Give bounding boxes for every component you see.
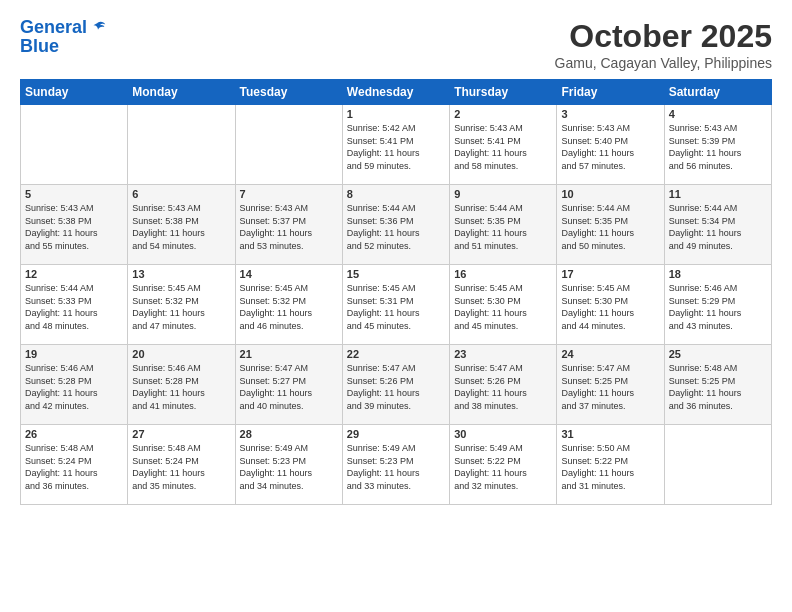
col-tuesday: Tuesday	[235, 80, 342, 105]
day-info: Sunrise: 5:47 AM Sunset: 5:26 PM Dayligh…	[454, 362, 552, 412]
calendar-week-row: 26Sunrise: 5:48 AM Sunset: 5:24 PM Dayli…	[21, 425, 772, 505]
day-number: 26	[25, 428, 123, 440]
day-info: Sunrise: 5:45 AM Sunset: 5:30 PM Dayligh…	[561, 282, 659, 332]
day-info: Sunrise: 5:49 AM Sunset: 5:23 PM Dayligh…	[240, 442, 338, 492]
day-number: 30	[454, 428, 552, 440]
day-info: Sunrise: 5:45 AM Sunset: 5:30 PM Dayligh…	[454, 282, 552, 332]
table-row	[235, 105, 342, 185]
table-row: 13Sunrise: 5:45 AM Sunset: 5:32 PM Dayli…	[128, 265, 235, 345]
table-row: 8Sunrise: 5:44 AM Sunset: 5:36 PM Daylig…	[342, 185, 449, 265]
day-info: Sunrise: 5:45 AM Sunset: 5:32 PM Dayligh…	[132, 282, 230, 332]
day-number: 21	[240, 348, 338, 360]
day-info: Sunrise: 5:44 AM Sunset: 5:35 PM Dayligh…	[561, 202, 659, 252]
day-info: Sunrise: 5:48 AM Sunset: 5:25 PM Dayligh…	[669, 362, 767, 412]
day-info: Sunrise: 5:42 AM Sunset: 5:41 PM Dayligh…	[347, 122, 445, 172]
day-info: Sunrise: 5:44 AM Sunset: 5:36 PM Dayligh…	[347, 202, 445, 252]
month-title: October 2025	[555, 18, 772, 55]
day-number: 27	[132, 428, 230, 440]
table-row: 29Sunrise: 5:49 AM Sunset: 5:23 PM Dayli…	[342, 425, 449, 505]
day-info: Sunrise: 5:43 AM Sunset: 5:40 PM Dayligh…	[561, 122, 659, 172]
day-number: 28	[240, 428, 338, 440]
table-row: 6Sunrise: 5:43 AM Sunset: 5:38 PM Daylig…	[128, 185, 235, 265]
day-info: Sunrise: 5:47 AM Sunset: 5:27 PM Dayligh…	[240, 362, 338, 412]
day-number: 18	[669, 268, 767, 280]
day-number: 20	[132, 348, 230, 360]
calendar-week-row: 12Sunrise: 5:44 AM Sunset: 5:33 PM Dayli…	[21, 265, 772, 345]
day-info: Sunrise: 5:45 AM Sunset: 5:32 PM Dayligh…	[240, 282, 338, 332]
table-row: 2Sunrise: 5:43 AM Sunset: 5:41 PM Daylig…	[450, 105, 557, 185]
day-info: Sunrise: 5:43 AM Sunset: 5:38 PM Dayligh…	[25, 202, 123, 252]
logo-bird-icon	[89, 19, 107, 37]
day-info: Sunrise: 5:43 AM Sunset: 5:39 PM Dayligh…	[669, 122, 767, 172]
day-number: 29	[347, 428, 445, 440]
calendar-week-row: 19Sunrise: 5:46 AM Sunset: 5:28 PM Dayli…	[21, 345, 772, 425]
day-info: Sunrise: 5:44 AM Sunset: 5:33 PM Dayligh…	[25, 282, 123, 332]
day-info: Sunrise: 5:44 AM Sunset: 5:34 PM Dayligh…	[669, 202, 767, 252]
day-info: Sunrise: 5:43 AM Sunset: 5:37 PM Dayligh…	[240, 202, 338, 252]
day-info: Sunrise: 5:46 AM Sunset: 5:29 PM Dayligh…	[669, 282, 767, 332]
title-block: October 2025 Gamu, Cagayan Valley, Phili…	[555, 18, 772, 71]
table-row: 10Sunrise: 5:44 AM Sunset: 5:35 PM Dayli…	[557, 185, 664, 265]
day-info: Sunrise: 5:46 AM Sunset: 5:28 PM Dayligh…	[25, 362, 123, 412]
table-row	[128, 105, 235, 185]
col-saturday: Saturday	[664, 80, 771, 105]
day-info: Sunrise: 5:47 AM Sunset: 5:25 PM Dayligh…	[561, 362, 659, 412]
header: General Blue October 2025 Gamu, Cagayan …	[20, 18, 772, 71]
day-info: Sunrise: 5:50 AM Sunset: 5:22 PM Dayligh…	[561, 442, 659, 492]
day-number: 2	[454, 108, 552, 120]
day-number: 6	[132, 188, 230, 200]
day-number: 7	[240, 188, 338, 200]
table-row: 31Sunrise: 5:50 AM Sunset: 5:22 PM Dayli…	[557, 425, 664, 505]
col-thursday: Thursday	[450, 80, 557, 105]
table-row	[21, 105, 128, 185]
table-row: 23Sunrise: 5:47 AM Sunset: 5:26 PM Dayli…	[450, 345, 557, 425]
day-info: Sunrise: 5:48 AM Sunset: 5:24 PM Dayligh…	[25, 442, 123, 492]
col-wednesday: Wednesday	[342, 80, 449, 105]
day-info: Sunrise: 5:49 AM Sunset: 5:22 PM Dayligh…	[454, 442, 552, 492]
table-row: 7Sunrise: 5:43 AM Sunset: 5:37 PM Daylig…	[235, 185, 342, 265]
table-row: 25Sunrise: 5:48 AM Sunset: 5:25 PM Dayli…	[664, 345, 771, 425]
table-row: 12Sunrise: 5:44 AM Sunset: 5:33 PM Dayli…	[21, 265, 128, 345]
table-row: 1Sunrise: 5:42 AM Sunset: 5:41 PM Daylig…	[342, 105, 449, 185]
table-row: 20Sunrise: 5:46 AM Sunset: 5:28 PM Dayli…	[128, 345, 235, 425]
calendar-table: Sunday Monday Tuesday Wednesday Thursday…	[20, 79, 772, 505]
day-info: Sunrise: 5:43 AM Sunset: 5:41 PM Dayligh…	[454, 122, 552, 172]
table-row: 30Sunrise: 5:49 AM Sunset: 5:22 PM Dayli…	[450, 425, 557, 505]
day-number: 5	[25, 188, 123, 200]
table-row	[664, 425, 771, 505]
table-row: 5Sunrise: 5:43 AM Sunset: 5:38 PM Daylig…	[21, 185, 128, 265]
day-info: Sunrise: 5:44 AM Sunset: 5:35 PM Dayligh…	[454, 202, 552, 252]
col-monday: Monday	[128, 80, 235, 105]
day-number: 24	[561, 348, 659, 360]
table-row: 16Sunrise: 5:45 AM Sunset: 5:30 PM Dayli…	[450, 265, 557, 345]
logo-blue: Blue	[20, 36, 107, 57]
table-row: 14Sunrise: 5:45 AM Sunset: 5:32 PM Dayli…	[235, 265, 342, 345]
table-row: 21Sunrise: 5:47 AM Sunset: 5:27 PM Dayli…	[235, 345, 342, 425]
col-sunday: Sunday	[21, 80, 128, 105]
day-number: 3	[561, 108, 659, 120]
day-info: Sunrise: 5:48 AM Sunset: 5:24 PM Dayligh…	[132, 442, 230, 492]
day-number: 10	[561, 188, 659, 200]
table-row: 3Sunrise: 5:43 AM Sunset: 5:40 PM Daylig…	[557, 105, 664, 185]
calendar-week-row: 5Sunrise: 5:43 AM Sunset: 5:38 PM Daylig…	[21, 185, 772, 265]
day-number: 9	[454, 188, 552, 200]
day-info: Sunrise: 5:47 AM Sunset: 5:26 PM Dayligh…	[347, 362, 445, 412]
day-number: 11	[669, 188, 767, 200]
day-number: 17	[561, 268, 659, 280]
calendar-header-row: Sunday Monday Tuesday Wednesday Thursday…	[21, 80, 772, 105]
logo-general: General	[20, 17, 87, 37]
day-number: 8	[347, 188, 445, 200]
day-number: 1	[347, 108, 445, 120]
table-row: 18Sunrise: 5:46 AM Sunset: 5:29 PM Dayli…	[664, 265, 771, 345]
table-row: 24Sunrise: 5:47 AM Sunset: 5:25 PM Dayli…	[557, 345, 664, 425]
day-number: 25	[669, 348, 767, 360]
table-row: 27Sunrise: 5:48 AM Sunset: 5:24 PM Dayli…	[128, 425, 235, 505]
day-number: 19	[25, 348, 123, 360]
table-row: 11Sunrise: 5:44 AM Sunset: 5:34 PM Dayli…	[664, 185, 771, 265]
day-number: 23	[454, 348, 552, 360]
day-info: Sunrise: 5:45 AM Sunset: 5:31 PM Dayligh…	[347, 282, 445, 332]
day-info: Sunrise: 5:49 AM Sunset: 5:23 PM Dayligh…	[347, 442, 445, 492]
table-row: 26Sunrise: 5:48 AM Sunset: 5:24 PM Dayli…	[21, 425, 128, 505]
table-row: 28Sunrise: 5:49 AM Sunset: 5:23 PM Dayli…	[235, 425, 342, 505]
table-row: 4Sunrise: 5:43 AM Sunset: 5:39 PM Daylig…	[664, 105, 771, 185]
